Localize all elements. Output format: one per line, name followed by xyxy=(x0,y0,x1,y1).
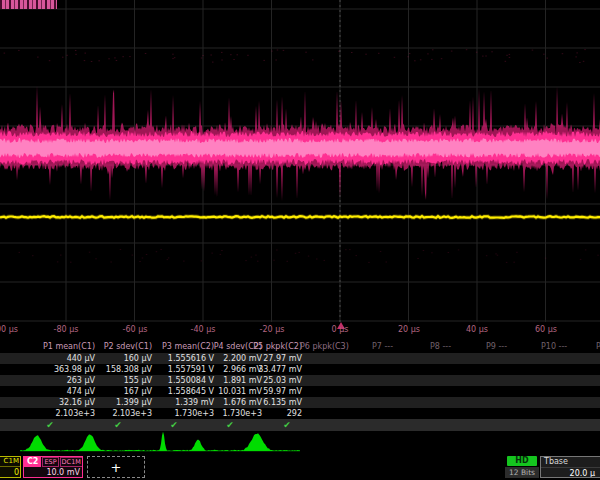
resolution-bits-label: 12 Bits xyxy=(505,467,539,478)
histicon-p3[interactable] xyxy=(132,432,188,451)
param-header-p1[interactable]: P1 mean(C1) xyxy=(23,341,95,352)
param-header-unused[interactable]: P7 --- xyxy=(372,341,393,352)
histicon-strip xyxy=(0,430,600,455)
param-value-cell: 2.200 mV xyxy=(190,353,262,364)
plus-icon: + xyxy=(111,460,122,475)
param-header-p3[interactable]: P3 mean(C2) xyxy=(142,341,214,352)
param-value-cell: 2.103e+3 xyxy=(80,408,152,419)
param-value-cell: 363.98 µV xyxy=(23,364,95,375)
waveform-grid xyxy=(0,0,600,324)
channel-c1-descriptor[interactable]: C1M 0 mV xyxy=(0,456,21,478)
param-header-p4[interactable]: P4 sdev(C2) xyxy=(190,341,262,352)
param-value-cell: 263 µV xyxy=(23,375,95,386)
c1-volts-per-div: 0 mV xyxy=(0,467,20,478)
param-value-cell: 160 µV xyxy=(80,353,152,364)
param-header-p5[interactable]: P5 pkpk(C2) xyxy=(230,341,302,352)
param-value-cell: 27.97 mV xyxy=(230,353,302,364)
time-axis-tick: -40 µs xyxy=(191,325,216,334)
param-table-row: 440 µV160 µV1.555616 V2.200 mV27.97 mV xyxy=(0,353,600,364)
c2-eres-badge: ESP xyxy=(42,457,58,467)
param-header-p2[interactable]: P2 sdev(C1) xyxy=(80,341,152,352)
time-axis-tick: 20 µs xyxy=(398,325,420,334)
param-value-cell: 32.16 µV xyxy=(23,397,95,408)
channel-c2-descriptor[interactable]: C2 ESP DC1M 10.0 mV xyxy=(23,456,83,478)
param-value-cell: 10.031 mV xyxy=(190,386,262,397)
hd-mode-badge[interactable]: HD xyxy=(507,456,537,466)
param-header-unused[interactable]: P8 --- xyxy=(430,341,451,352)
c2-volts-per-div: 10.0 mV xyxy=(24,467,82,478)
param-value-cell: 1.557591 V xyxy=(142,364,214,375)
oscilloscope-screen: -100 µs-80 µs-60 µs-40 µs-20 µs0 µs20 µs… xyxy=(0,0,600,480)
param-value-cell: 1.730e+3 xyxy=(142,408,214,419)
timebase-title: Tbase xyxy=(541,457,600,468)
c2-coupling-badge: DC1M xyxy=(60,457,83,467)
time-axis-tick: -60 µs xyxy=(123,325,148,334)
param-value-cell: 2.103e+3 xyxy=(23,408,95,419)
param-value-cell: 1.558645 V xyxy=(142,386,214,397)
param-header-unused[interactable]: P6 pkpk(C3) xyxy=(300,341,349,352)
param-table-row: 32.16 µV1.399 µV1.339 mV1.676 mV6.135 mV xyxy=(0,397,600,408)
time-axis-tick: -80 µs xyxy=(54,325,79,334)
param-value-cell: 2.966 mV xyxy=(190,364,262,375)
time-axis-tick: -100 µs xyxy=(0,325,18,334)
param-value-cell: 59.97 mV xyxy=(230,386,302,397)
timebase-value: 20.0 µ xyxy=(541,468,600,478)
param-header-unused[interactable]: P11 xyxy=(596,341,600,352)
cropped-ui-fragment xyxy=(0,0,57,9)
param-value-cell: 33.477 mV xyxy=(230,364,302,375)
param-table-row: 474 µV167 µV1.558645 V10.031 mV59.97 mV xyxy=(0,386,600,397)
param-value-cell: 474 µV xyxy=(23,386,95,397)
time-axis: -100 µs-80 µs-60 µs-40 µs-20 µs0 µs20 µs… xyxy=(0,321,600,336)
param-value-cell: 1.891 mV xyxy=(190,375,262,386)
timebase-descriptor[interactable]: Tbase 20.0 µ xyxy=(540,456,600,478)
param-table-row: 2.103e+32.103e+31.730e+31.730e+3292 xyxy=(0,408,600,419)
param-value-cell: 1.339 mV xyxy=(142,397,214,408)
c1-coupling-badge: C1M xyxy=(0,457,20,467)
param-value-cell: 6.135 mV xyxy=(230,397,302,408)
param-value-cell: 1.550084 V xyxy=(142,375,214,386)
time-axis-tick: 0 µs xyxy=(332,325,349,334)
time-axis-tick: -20 µs xyxy=(260,325,285,334)
param-header-unused[interactable]: P10 --- xyxy=(541,341,567,352)
param-header-unused[interactable]: P9 --- xyxy=(486,341,507,352)
param-value-cell: 1.676 mV xyxy=(190,397,262,408)
param-value-cell: 440 µV xyxy=(23,353,95,364)
histicon-p2[interactable] xyxy=(76,434,132,451)
param-table-row: 363.98 µV158.308 µV1.557591 V2.966 mV33.… xyxy=(0,364,600,375)
histicon-p1[interactable] xyxy=(20,435,76,451)
param-value-cell: 1.730e+3 xyxy=(190,408,262,419)
histicon-p4[interactable] xyxy=(188,439,244,451)
histicon-p5[interactable] xyxy=(244,433,300,451)
time-axis-tick: 60 µs xyxy=(535,325,557,334)
param-value-cell: 1.399 µV xyxy=(80,397,152,408)
time-axis-tick: 40 µs xyxy=(466,325,488,334)
param-value-cell: 25.03 mV xyxy=(230,375,302,386)
add-trace-button[interactable]: + xyxy=(87,456,145,478)
c2-label: C2 xyxy=(24,457,41,467)
param-value-cell: 167 µV xyxy=(80,386,152,397)
param-value-cell: 158.308 µV xyxy=(80,364,152,375)
param-table-row: 263 µV155 µV1.550084 V1.891 mV25.03 mV xyxy=(0,375,600,386)
param-value-cell: 155 µV xyxy=(80,375,152,386)
param-value-cell: 1.555616 V xyxy=(142,353,214,364)
param-value-cell: 292 xyxy=(230,408,302,419)
